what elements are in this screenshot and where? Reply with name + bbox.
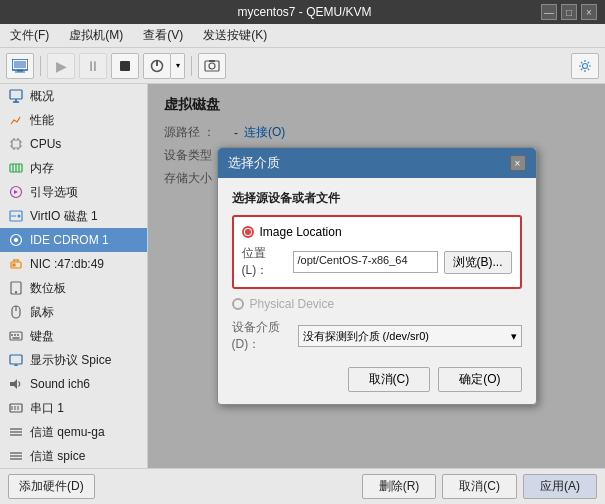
boot-icon xyxy=(8,184,24,200)
svg-rect-14 xyxy=(12,140,20,148)
browse-button[interactable]: 浏览(B)... xyxy=(444,251,512,274)
modal-dialog: 选择介质 × 选择源设备或者文件 Image Location 位置(L)： xyxy=(217,147,537,405)
stop-button[interactable] xyxy=(111,53,139,79)
settings-button[interactable] xyxy=(571,53,599,79)
svg-rect-42 xyxy=(10,332,22,340)
sidebar-label-channel-qemu: 信道 qemu-ga xyxy=(30,424,105,441)
screenshot-button[interactable] xyxy=(198,53,226,79)
ide-cdrom-icon xyxy=(8,232,24,248)
play-button[interactable]: ▶ xyxy=(47,53,75,79)
power-button[interactable] xyxy=(143,53,171,79)
maximize-button[interactable]: □ xyxy=(561,4,577,20)
svg-rect-2 xyxy=(17,70,23,72)
sidebar-label-display: 显示协议 Spice xyxy=(30,352,111,369)
svg-rect-37 xyxy=(13,264,15,266)
modal-overlay: 选择介质 × 选择源设备或者文件 Image Location 位置(L)： xyxy=(148,84,605,468)
sidebar-label-virtio-disk: VirtIO 磁盘 1 xyxy=(30,208,98,225)
location-row: 位置(L)： /opt/CentOS-7-x86_64 浏览(B)... xyxy=(242,245,512,279)
sidebar-item-channel-qemu[interactable]: 信道 qemu-ga xyxy=(0,420,147,444)
sidebar-label-memory: 内存 xyxy=(30,160,54,177)
image-location-label: Image Location xyxy=(260,225,342,239)
svg-rect-47 xyxy=(10,355,22,364)
power-dropdown[interactable]: ▾ xyxy=(171,53,185,79)
remove-button[interactable]: 删除(R) xyxy=(362,474,437,499)
sidebar-item-performance[interactable]: 性能 xyxy=(0,108,147,132)
sidebar-label-boot: 引导选项 xyxy=(30,184,78,201)
memory-icon xyxy=(8,160,24,176)
sidebar-label-ide-cdrom: IDE CDROM 1 xyxy=(30,233,109,247)
menu-view[interactable]: 查看(V) xyxy=(137,25,189,46)
sidebar-label-channel-spice: 信道 spice xyxy=(30,448,85,465)
sidebar-label-performance: 性能 xyxy=(30,112,54,129)
svg-rect-4 xyxy=(120,61,130,71)
image-location-radio[interactable] xyxy=(242,226,254,238)
device-select[interactable]: 没有探测到介质 (/dev/sr0) ▾ xyxy=(298,325,522,347)
sidebar-item-overview[interactable]: 概况 xyxy=(0,84,147,108)
channel-spice-icon xyxy=(8,448,24,464)
toolbar-separator-2 xyxy=(191,56,192,76)
menubar: 文件(F) 虚拟机(M) 查看(V) 发送按键(K) xyxy=(0,24,605,48)
tablet-icon xyxy=(8,280,24,296)
nic-icon xyxy=(8,256,24,272)
sidebar-item-ide-cdrom[interactable]: IDE CDROM 1 xyxy=(0,228,147,252)
performance-icon xyxy=(8,112,24,128)
channel-qemu-icon xyxy=(8,424,24,440)
pause-button[interactable]: ⏸ xyxy=(79,53,107,79)
physical-device-row: Physical Device xyxy=(232,297,522,311)
sidebar-item-virtio-disk[interactable]: VirtIO 磁盘 1 xyxy=(0,204,147,228)
monitor-button[interactable] xyxy=(6,53,34,79)
sidebar-item-sound[interactable]: Sound ich6 xyxy=(0,372,147,396)
sidebar-label-serial1: 串口 1 xyxy=(30,400,64,417)
sidebar-label-keyboard: 键盘 xyxy=(30,328,54,345)
device-select-arrow: ▾ xyxy=(511,330,517,343)
svg-marker-50 xyxy=(10,379,17,389)
sidebar-label-mouse: 鼠标 xyxy=(30,304,54,321)
window-controls: — □ × xyxy=(541,4,597,20)
sidebar-label-overview: 概况 xyxy=(30,88,54,105)
cancel-button[interactable]: 取消(C) xyxy=(442,474,517,499)
modal-ok-button[interactable]: 确定(O) xyxy=(438,367,521,392)
modal-cancel-button[interactable]: 取消(C) xyxy=(348,367,431,392)
sidebar-item-display[interactable]: 显示协议 Spice xyxy=(0,348,147,372)
sidebar-label-sound: Sound ich6 xyxy=(30,377,90,391)
mouse-icon xyxy=(8,304,24,320)
svg-point-32 xyxy=(15,239,18,242)
menu-file[interactable]: 文件(F) xyxy=(4,25,55,46)
sidebar-item-serial1[interactable]: 串口 1 xyxy=(0,396,147,420)
physical-device-radio[interactable] xyxy=(232,298,244,310)
device-select-row: 设备介质(D)： 没有探测到介质 (/dev/sr0) ▾ xyxy=(232,319,522,353)
sidebar-item-tablet[interactable]: 数位板 xyxy=(0,276,147,300)
svg-point-29 xyxy=(18,215,21,218)
physical-device-label: Physical Device xyxy=(250,297,335,311)
location-input[interactable]: /opt/CentOS-7-x86_64 xyxy=(293,251,438,273)
device-select-value: 没有探测到介质 (/dev/sr0) xyxy=(303,329,430,344)
image-location-radio-row: Image Location xyxy=(242,225,512,239)
add-hardware-button[interactable]: 添加硬件(D) xyxy=(8,474,95,499)
svg-rect-1 xyxy=(14,61,26,68)
svg-rect-9 xyxy=(209,60,215,62)
sidebar-item-mouse[interactable]: 鼠标 xyxy=(0,300,147,324)
window-title: mycentos7 - QEMU/KVM xyxy=(68,5,541,19)
sound-icon xyxy=(8,376,24,392)
sidebar-item-boot[interactable]: 引导选项 xyxy=(0,180,147,204)
close-button[interactable]: × xyxy=(581,4,597,20)
apply-button[interactable]: 应用(A) xyxy=(523,474,597,499)
menu-vm[interactable]: 虚拟机(M) xyxy=(63,25,129,46)
keyboard-icon xyxy=(8,328,24,344)
sidebar-item-memory[interactable]: 内存 xyxy=(0,156,147,180)
virtio-disk-icon xyxy=(8,208,24,224)
sidebar-item-keyboard[interactable]: 键盘 xyxy=(0,324,147,348)
modal-buttons: 取消(C) 确定(O) xyxy=(232,363,522,392)
sidebar-item-nic[interactable]: NIC :47:db:49 xyxy=(0,252,147,276)
menu-sendkey[interactable]: 发送按键(K) xyxy=(197,25,273,46)
sidebar-label-cpus: CPUs xyxy=(30,137,61,151)
device-medium-label: 设备介质(D)： xyxy=(232,319,292,353)
sidebar-item-channel-spice[interactable]: 信道 spice xyxy=(0,444,147,468)
svg-point-10 xyxy=(583,63,588,68)
modal-close-button[interactable]: × xyxy=(510,155,526,171)
modal-section-title: 选择源设备或者文件 xyxy=(232,190,522,207)
main-area: 概况 性能 CPUs 内存 引导选项 xyxy=(0,84,605,468)
svg-rect-11 xyxy=(10,90,22,99)
minimize-button[interactable]: — xyxy=(541,4,557,20)
sidebar-item-cpus[interactable]: CPUs xyxy=(0,132,147,156)
